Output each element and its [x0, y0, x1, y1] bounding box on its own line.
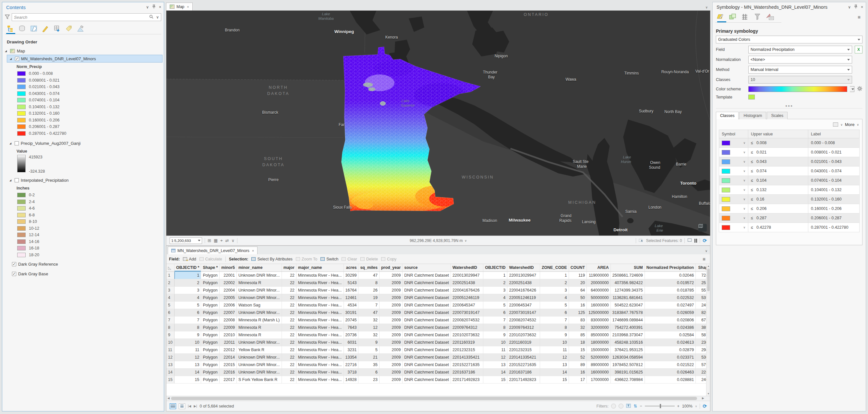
list-by-charts-icon[interactable] — [77, 25, 84, 32]
table-cell[interactable]: 30191 — [343, 309, 359, 316]
classes-row[interactable]: ∨≤0.0080.000 - 0.008 — [719, 138, 860, 148]
table-cell[interactable]: Polygon — [201, 323, 220, 331]
table-cell[interactable]: 22 — [282, 286, 296, 294]
scroll-down-icon[interactable]: ▼ — [707, 392, 710, 395]
table-cell[interactable]: Unknown DNR Minor... — [237, 294, 282, 301]
legend-item[interactable]: 8-10 — [2, 218, 164, 225]
class-symbol-swatch[interactable] — [722, 206, 730, 211]
table-cell[interactable]: 22 — [282, 361, 296, 368]
table-cell[interactable]: 5143 — [343, 279, 359, 286]
table-cell[interactable]: Polygon — [201, 339, 220, 346]
table-cell[interactable]: 12 — [359, 323, 379, 331]
table-cell[interactable]: 125000000 — [587, 309, 611, 316]
legend-item[interactable]: 10-12 — [2, 225, 164, 232]
table-cell[interactable]: 10 — [540, 339, 568, 346]
table-cell[interactable]: S Fork Yellow Bank R — [237, 376, 282, 383]
table-cell[interactable]: 16000000 — [587, 368, 611, 376]
table-cell[interactable]: Minnesota River - Hea... — [296, 376, 343, 383]
table-cell[interactable]: 22 — [282, 376, 296, 383]
table-cell[interactable]: 6 — [359, 368, 379, 376]
list-by-editing-icon[interactable] — [42, 25, 49, 32]
table-row[interactable]: 55Polygon22006Watson Sag22Minnesota Rive… — [166, 301, 710, 309]
table-cell[interactable]: 22 — [282, 331, 296, 339]
classes-row[interactable]: ∨≤0.422780.287001 - 0.422780 — [719, 223, 860, 232]
table-cell[interactable]: 11 — [540, 346, 568, 353]
table-cell[interactable]: DNR Catchment Dataset — [403, 316, 451, 323]
table-cell[interactable]: 2009 — [379, 323, 402, 331]
class-label-cell[interactable]: 0.074001 - 0.104 — [808, 176, 860, 185]
table-cell[interactable]: 22011 — [220, 339, 237, 346]
row-number-cell[interactable]: 8 — [166, 323, 174, 331]
layer-visibility-checkbox[interactable] — [14, 178, 19, 182]
table-cell[interactable]: 9 — [483, 331, 507, 339]
table-cell[interactable]: 12 — [174, 353, 201, 361]
filter-table-icon[interactable] — [626, 404, 631, 409]
classes-column-header[interactable]: Symbol — [719, 130, 748, 138]
column-header[interactable]: Shape * — [201, 264, 220, 272]
expander-icon[interactable]: ◢ — [10, 57, 13, 60]
calculate-field-button[interactable]: Calculate — [199, 257, 222, 262]
table-cell[interactable]: 13 — [540, 361, 568, 368]
basemap-widget-button[interactable] — [699, 224, 707, 232]
table-cell[interactable]: 7643 — [343, 323, 359, 331]
row-number-cell[interactable]: 2 — [166, 279, 174, 286]
table-cell[interactable]: 1136281.681641 — [611, 294, 645, 301]
table-cell[interactable]: 16 — [568, 368, 586, 376]
table-cell[interactable]: 32 — [359, 316, 379, 323]
template-symbol-swatch[interactable] — [748, 95, 755, 99]
table-cell[interactable]: 11 — [174, 346, 201, 353]
table-cell[interactable]: Minnesota R — [237, 323, 282, 331]
table-cell[interactable]: 35 — [359, 361, 379, 368]
table-cell[interactable]: 2009 — [379, 353, 402, 361]
table-cell[interactable]: 504522.623047 — [611, 301, 645, 309]
zoom-to-button[interactable]: Zoom To — [296, 257, 317, 262]
table-cell[interactable]: 15000000 — [587, 346, 611, 353]
legend-item[interactable]: 18-20 — [2, 252, 164, 258]
table-cell[interactable]: Unknown DNR Minor... — [237, 309, 282, 316]
table-cell[interactable]: 52000000 — [587, 353, 611, 361]
symbol-chevron-icon[interactable]: ∨ — [743, 216, 745, 220]
table-cell[interactable]: 22 — [282, 323, 296, 331]
table-cell[interactable]: Watson Sag — [237, 301, 282, 309]
table-cell[interactable]: Polygon — [201, 353, 220, 361]
column-header[interactable]: WatershedID — [451, 264, 483, 272]
table-cell[interactable]: 5 — [359, 346, 379, 353]
tab-map[interactable]: Map × — [166, 3, 193, 10]
table-cell[interactable]: Polygon — [201, 272, 220, 279]
table-cell[interactable]: 22 — [282, 368, 296, 376]
table-cell[interactable]: 16000000 — [587, 301, 611, 309]
table-cell[interactable]: 2009 — [379, 279, 402, 286]
table-cell[interactable]: DNR Catchment Dataset — [403, 368, 451, 376]
table-cell[interactable]: 436622.708984 — [611, 376, 645, 383]
table-cell[interactable]: 22008 — [220, 316, 237, 323]
legend-item[interactable]: 6-8 — [2, 212, 164, 219]
add-bookmark-icon[interactable]: ⊞ — [208, 238, 211, 243]
table-cell[interactable]: DNR Catchment Dataset — [403, 339, 451, 346]
table-cell[interactable]: 20000000 — [587, 279, 611, 286]
table-cell[interactable]: Minnesota River - Hea... — [296, 301, 343, 309]
column-header[interactable]: COUNT — [568, 264, 586, 272]
table-cell[interactable]: 2 — [540, 279, 568, 286]
table-cell[interactable]: 2201160319 — [507, 339, 540, 346]
table-cell[interactable]: 10 — [174, 339, 201, 346]
table-cell[interactable]: 22014 — [220, 353, 237, 361]
table-cell[interactable]: 754272.400391 — [611, 323, 645, 331]
table-cell[interactable]: 22006 — [220, 301, 237, 309]
scrollbar-thumb[interactable] — [171, 397, 697, 400]
layer-visibility-checkbox[interactable]: ✓ — [12, 262, 16, 266]
classes-row[interactable]: ∨≤0.0430.021001 - 0.043 — [719, 157, 860, 167]
table-cell[interactable]: 64 — [568, 286, 586, 294]
classes-column-header[interactable]: Upper value — [748, 130, 808, 138]
table-cell[interactable]: 26 — [359, 286, 379, 294]
table-cell[interactable]: 1 — [174, 272, 201, 279]
table-cell[interactable]: 0.02879 — [645, 346, 696, 353]
table-cell[interactable]: 83 — [568, 316, 586, 323]
row-number-cell[interactable]: 4 — [166, 294, 174, 301]
table-cell[interactable]: 6 — [540, 309, 568, 316]
table-cell[interactable]: DNR Catchment Dataset — [403, 376, 451, 383]
color-scheme-options-gear-icon[interactable] — [857, 86, 863, 92]
table-cell[interactable]: 2009 — [379, 301, 402, 309]
table-row[interactable]: 33Polygon22004Unknown DNR Minor...22Minn… — [166, 286, 710, 294]
method-select[interactable]: Manual Interval — [748, 66, 852, 73]
legend-item[interactable]: 14-16 — [2, 238, 164, 245]
